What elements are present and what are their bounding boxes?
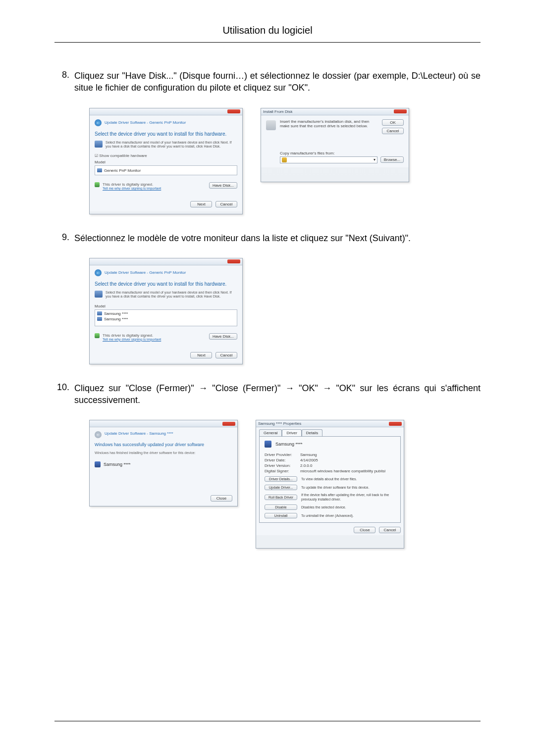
disable-desc: Disables the selected device.	[301, 505, 395, 509]
breadcrumb: Update Driver Software - Generic PnP Mon…	[105, 270, 186, 275]
model-item: Generic PnP Monitor	[104, 168, 141, 173]
monitor-icon	[265, 441, 271, 448]
model-list[interactable]: Samsung **** Samsung ****	[95, 309, 237, 326]
close-icon[interactable]	[389, 422, 402, 426]
model-item-2: Samsung ****	[104, 317, 128, 321]
provider-label: Driver Provider:	[265, 453, 300, 457]
date-label: Driver Date:	[265, 458, 300, 462]
driver-details-desc: To view details about the driver files.	[301, 477, 395, 481]
signed-text: This driver is digitally signed.	[103, 182, 161, 187]
success-sub: Windows has finished installing the driv…	[95, 451, 232, 454]
step-10-text: Cliquez sur "Close (Fermer)" → "Close (F…	[74, 382, 481, 406]
model-item-1: Samsung ****	[104, 311, 128, 316]
update-driver-desc: To update the driver software for this d…	[301, 486, 395, 490]
dialog-properties: Samsung **** Properties General Driver D…	[256, 420, 404, 549]
tab-details[interactable]: Details	[302, 429, 322, 436]
monitor-icon	[95, 291, 103, 298]
close-icon[interactable]	[227, 259, 240, 263]
signer-value: microsoft windows hardware compatibility…	[300, 469, 385, 473]
browse-button[interactable]: Browse...	[380, 156, 404, 163]
breadcrumb: Update Driver Software - Samsung ****	[105, 431, 173, 438]
step-8-number: 8.	[54, 70, 74, 80]
have-disk-button[interactable]: Have Disk...	[209, 182, 237, 189]
uninstall-button[interactable]: Uninstall	[265, 513, 297, 518]
model-label: Model	[95, 160, 237, 164]
next-button[interactable]: Next	[190, 201, 212, 207]
dialog-heading: Select the device driver you want to ins…	[95, 281, 237, 287]
disable-button[interactable]: Disable	[265, 504, 297, 510]
shield-icon	[95, 333, 100, 338]
tab-general[interactable]: General	[259, 429, 282, 436]
success-heading: Windows has successfully updated your dr…	[95, 442, 232, 447]
close-button[interactable]: Close	[354, 527, 375, 533]
back-icon[interactable]: ←	[95, 269, 102, 276]
step-10-number: 10.	[54, 382, 74, 393]
signed-text: This driver is digitally signed.	[103, 333, 161, 338]
update-driver-button[interactable]: Update Driver...	[265, 485, 297, 490]
step-8: 8. Cliquez sur "Have Disk..." (Disque fo…	[54, 70, 481, 94]
back-icon: ←	[95, 431, 102, 438]
signing-link[interactable]: Tell me why driver signing is important	[103, 187, 161, 190]
step-9: 9. Sélectionnez le modèle de votre monit…	[54, 232, 481, 244]
dialog-instruction: Select the manufacturer and model of you…	[106, 291, 237, 299]
uninstall-desc: To uninstall the driver (Advanced).	[301, 514, 395, 518]
close-icon[interactable]	[227, 109, 240, 113]
cancel-button[interactable]: Cancel	[215, 201, 237, 207]
monitor-item-icon	[97, 311, 102, 315]
provider-value: Samsung	[300, 453, 317, 457]
shield-icon	[95, 182, 100, 187]
step-8-text: Cliquez sur "Have Disk..." (Disque fourn…	[74, 70, 481, 94]
dialog-update-success: ← Update Driver Software - Samsung **** …	[89, 420, 238, 506]
show-compatible-checkbox[interactable]: ☑ Show compatible hardware	[95, 153, 237, 158]
tab-driver[interactable]: Driver	[282, 429, 301, 436]
signing-link[interactable]: Tell me why driver signing is important	[103, 338, 161, 341]
cancel-button[interactable]: Cancel	[379, 527, 401, 533]
monitor-item-icon	[97, 168, 102, 172]
step-9-number: 9.	[54, 232, 74, 243]
breadcrumb: Update Driver Software - Generic PnP Mon…	[105, 120, 186, 125]
rollback-driver-desc: If the device fails after updating the d…	[301, 493, 395, 502]
driver-details-button[interactable]: Driver Details...	[265, 476, 297, 482]
monitor-icon	[95, 141, 103, 148]
model-list[interactable]: Generic PnP Monitor	[95, 165, 237, 175]
path-combobox[interactable]: ▾	[280, 156, 377, 163]
window-title: Samsung **** Properties	[258, 421, 301, 426]
step-9-text: Sélectionnez le modèle de votre moniteur…	[74, 232, 481, 244]
dialog-update-driver: ← Update Driver Software - Generic PnP M…	[89, 108, 243, 214]
step-10: 10. Cliquez sur "Close (Fermer)" → "Clos…	[54, 382, 481, 406]
next-button[interactable]: Next	[190, 352, 212, 358]
device-name: Samsung ****	[275, 442, 303, 447]
drive-icon	[282, 157, 287, 162]
window-title: Install From Disk	[263, 109, 293, 114]
back-icon[interactable]: ←	[95, 119, 102, 126]
dialog-heading: Select the device driver you want to ins…	[95, 131, 237, 137]
device-name: Samsung ****	[104, 462, 131, 467]
floppy-icon	[266, 120, 276, 130]
install-message: Insert the manufacturer's installation d…	[280, 119, 378, 134]
model-label: Model	[95, 304, 237, 308]
ok-button[interactable]: OK	[382, 119, 404, 126]
monitor-item-icon	[97, 317, 102, 321]
date-value: 4/14/2005	[300, 458, 318, 462]
close-icon[interactable]	[222, 422, 235, 426]
dialog-install-from-disk: Install From Disk Insert the manufacture…	[261, 108, 409, 182]
close-icon[interactable]	[394, 109, 407, 113]
cancel-button[interactable]: Cancel	[382, 128, 404, 134]
cancel-button[interactable]: Cancel	[215, 352, 237, 358]
have-disk-button[interactable]: Have Disk...	[209, 333, 237, 340]
version-label: Driver Version:	[265, 463, 300, 468]
footer-separator	[54, 721, 481, 721]
dialog-select-model: ← Update Driver Software - Generic PnP M…	[89, 258, 243, 364]
close-button[interactable]: Close	[211, 495, 232, 502]
dialog-instruction: Select the manufacturer and model of you…	[106, 141, 237, 149]
version-value: 2.0.0.0	[300, 463, 312, 468]
page-header: Utilisation du logiciel	[54, 25, 481, 43]
signer-label: Digital Signer:	[265, 469, 300, 473]
rollback-driver-button[interactable]: Roll Back Driver	[265, 495, 297, 500]
monitor-icon	[95, 461, 101, 467]
copy-from-label: Copy manufacturer's files from:	[280, 151, 404, 155]
dropdown-arrow-icon: ▾	[374, 157, 375, 162]
